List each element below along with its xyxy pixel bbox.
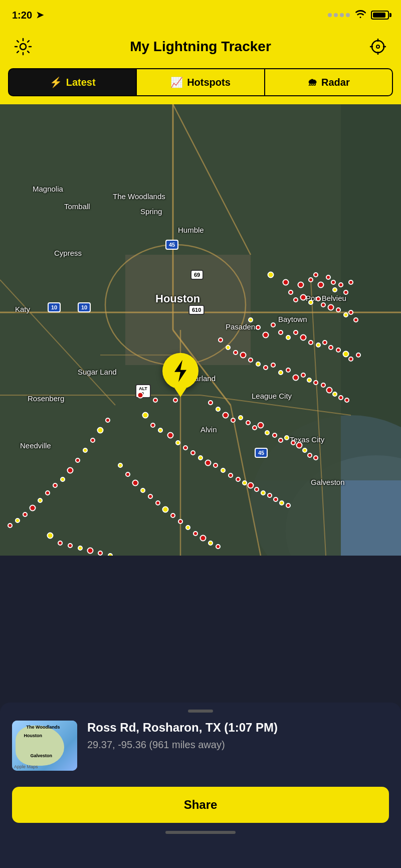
lightning-bolt-icon: ⚡ <box>50 76 62 88</box>
map-label-baytown: Baytown <box>278 315 307 323</box>
lightning-dot <box>271 363 276 368</box>
lightning-pin[interactable] <box>162 353 198 397</box>
lightning-dot <box>326 387 333 394</box>
tab-radar[interactable]: 🌧 Radar <box>264 68 393 96</box>
svg-point-9 <box>286 455 401 556</box>
share-button[interactable]: Share <box>12 787 389 823</box>
lightning-dot <box>298 282 304 288</box>
svg-rect-7 <box>0 104 401 556</box>
tab-radar-label: Radar <box>321 77 350 88</box>
lightning-dot <box>272 433 277 438</box>
signal-dot-3 <box>340 13 344 17</box>
lightning-dot <box>321 302 326 307</box>
lightning-pin-tail <box>174 388 186 397</box>
lightning-dot <box>38 498 43 503</box>
lightning-dot <box>153 398 158 403</box>
lightning-dot <box>278 438 283 443</box>
panel-location-text: Ross Rd, Rosharon, TX (1:07 PM) <box>87 721 389 735</box>
lightning-dot <box>248 358 253 363</box>
lightning-dot <box>296 442 303 449</box>
tab-hotspots[interactable]: 📈 Hotspots <box>137 68 264 96</box>
lightning-dot <box>108 553 113 556</box>
lightning-dot <box>343 290 348 295</box>
lightning-dot <box>228 473 233 478</box>
map-label-magnolia: Magnolia <box>33 185 63 193</box>
lightning-dot <box>300 334 307 341</box>
battery-fill <box>373 13 385 18</box>
lightning-dot <box>155 500 160 505</box>
lightning-dot <box>68 543 73 548</box>
status-icons <box>328 10 389 21</box>
lightning-dot <box>318 282 324 288</box>
lightning-dot <box>60 477 65 482</box>
lightning-dot <box>105 418 110 423</box>
lightning-dot <box>356 353 361 358</box>
home-indicator <box>165 831 236 834</box>
map-label-woodlands: The Woodlands <box>113 192 165 201</box>
lightning-dot <box>348 280 353 285</box>
lightning-dot <box>321 383 326 388</box>
lightning-dot <box>78 546 83 551</box>
svg-line-24 <box>311 280 326 556</box>
lightning-dot <box>268 272 274 278</box>
svg-point-2 <box>376 45 379 48</box>
lightning-dot <box>118 463 123 468</box>
lightning-dot <box>216 407 221 412</box>
lightning-dot <box>252 425 257 430</box>
lightning-dot <box>307 378 312 383</box>
lightning-dot <box>208 400 213 405</box>
lightning-dot <box>258 422 264 429</box>
lightning-dot <box>236 477 241 482</box>
lightning-dot <box>248 317 253 322</box>
settings-button[interactable] <box>12 36 34 58</box>
lightning-dot <box>254 487 259 492</box>
lightning-dot <box>226 345 231 350</box>
map-container[interactable]: Houston Baytown Pasadena Sugar Land Pear… <box>0 104 401 556</box>
lightning-dot <box>293 375 299 381</box>
lightning-dot <box>47 533 54 539</box>
svg-line-17 <box>173 104 251 255</box>
lightning-dot <box>231 418 236 423</box>
lightning-dot <box>221 468 226 473</box>
lightning-dot <box>150 423 155 428</box>
status-bar: 1:20 ➤ <box>0 0 401 28</box>
tab-latest-label: Latest <box>66 77 96 88</box>
map-label-sugarland: Sugar Land <box>78 368 117 376</box>
lightning-dot <box>75 458 80 463</box>
location-thumbnail: Houston Galveston The Woodlands Apple Ma… <box>12 721 77 771</box>
time-display: 1:20 <box>12 10 32 21</box>
lightning-dot <box>265 430 270 435</box>
target-icon <box>369 38 387 56</box>
status-time-area: 1:20 ➤ <box>12 10 44 21</box>
location-target-button[interactable] <box>367 36 389 58</box>
lightning-dot <box>208 541 213 546</box>
map-label-houston: Houston <box>155 292 200 305</box>
shield-i45: 45 <box>165 240 178 250</box>
map-label-rosenberg: Rosenberg <box>28 394 64 403</box>
page-title: My Lightning Tracker <box>34 39 367 55</box>
lightning-dot <box>132 480 139 486</box>
lightning-dot <box>313 380 318 385</box>
lightning-dot <box>328 304 334 311</box>
lightning-dot <box>198 455 203 460</box>
rain-icon: 🌧 <box>307 77 317 88</box>
lightning-dot <box>240 352 247 359</box>
gear-icon <box>14 38 32 56</box>
lightning-dot <box>286 503 291 508</box>
svg-rect-10 <box>0 104 341 556</box>
svg-line-22 <box>0 280 115 405</box>
wifi-icon <box>355 10 366 21</box>
lightning-dot <box>256 325 261 330</box>
tab-latest[interactable]: ⚡ Latest <box>8 68 137 96</box>
lightning-dot <box>332 287 337 292</box>
panel-content: Houston Galveston The Woodlands Apple Ma… <box>0 713 401 779</box>
map-label-pasadena: Pasadena <box>226 322 260 331</box>
svg-marker-25 <box>174 360 186 382</box>
lightning-dot <box>271 322 276 327</box>
lightning-dot <box>293 330 298 335</box>
lightning-dot <box>278 370 283 375</box>
lightning-dot <box>332 392 337 397</box>
lightning-dot <box>248 482 254 489</box>
location-arrow-icon: ➤ <box>36 10 44 21</box>
lightning-dot <box>90 438 95 443</box>
